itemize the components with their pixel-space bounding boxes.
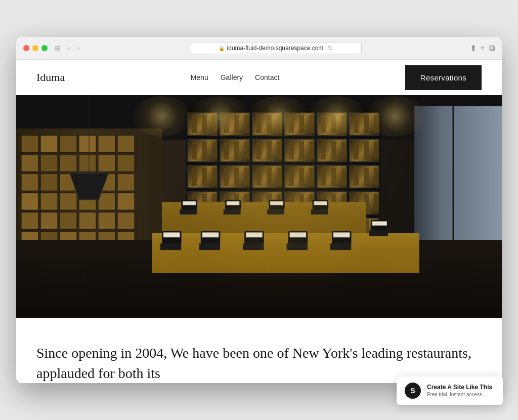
hero-canvas [16, 95, 502, 318]
nav-links: Menu Gallery Contact [191, 73, 280, 82]
nav-item-contact[interactable]: Contact [255, 73, 279, 82]
forward-icon[interactable]: › [75, 43, 82, 53]
site-logo[interactable]: Iduma [36, 71, 65, 84]
minimize-button[interactable] [32, 45, 38, 51]
squarespace-badge[interactable]: S Create A Site Like This Free trial. In… [397, 376, 503, 405]
url-text: iduma-fluid-demo.squarespace.com [227, 45, 324, 52]
close-button[interactable] [23, 45, 29, 51]
lock-icon: 🔒 [219, 46, 225, 51]
sq-text-wrap: Create A Site Like This Free trial. Inst… [427, 384, 492, 398]
sq-badge-subtitle: Free trial. Instant access. [427, 391, 492, 398]
website: Iduma Menu Gallery Contact Reservations … [16, 60, 502, 383]
sq-badge-title: Create A Site Like This [427, 384, 492, 392]
browser-window: ⊞ ‹ › 🔒 iduma-fluid-demo.squarespace.com… [16, 37, 502, 383]
nav-link-menu[interactable]: Menu [191, 73, 208, 81]
share-icon[interactable]: ⬆ [470, 44, 477, 53]
browser-controls: ⊞ ‹ › [53, 43, 81, 53]
add-tab-icon[interactable]: + [481, 44, 485, 53]
address-bar-wrap: 🔒 iduma-fluid-demo.squarespace.com ↻ [87, 42, 464, 54]
browser-actions: ⬆ + ⧉ [470, 44, 495, 53]
address-bar[interactable]: 🔒 iduma-fluid-demo.squarespace.com ↻ [190, 42, 362, 54]
nav-link-contact[interactable]: Contact [255, 73, 279, 81]
refresh-icon[interactable]: ↻ [328, 45, 333, 52]
maximize-button[interactable] [41, 45, 48, 51]
reservations-button[interactable]: Reservations [405, 65, 482, 90]
copy-icon[interactable]: ⧉ [489, 44, 495, 53]
nav-item-gallery[interactable]: Gallery [221, 73, 243, 82]
sq-logo-text: S [410, 387, 415, 395]
squarespace-logo: S [405, 383, 421, 399]
site-navigation: Iduma Menu Gallery Contact Reservations [16, 60, 502, 95]
back-icon[interactable]: ‹ [66, 43, 72, 53]
traffic-lights [23, 45, 48, 51]
browser-chrome: ⊞ ‹ › 🔒 iduma-fluid-demo.squarespace.com… [16, 37, 502, 60]
window-mode-icon[interactable]: ⊞ [53, 43, 63, 53]
hero-image [16, 95, 502, 318]
nav-item-menu[interactable]: Menu [191, 73, 208, 82]
nav-link-gallery[interactable]: Gallery [221, 73, 243, 81]
body-text-section: Since opening in 2004, We have been one … [16, 318, 502, 383]
